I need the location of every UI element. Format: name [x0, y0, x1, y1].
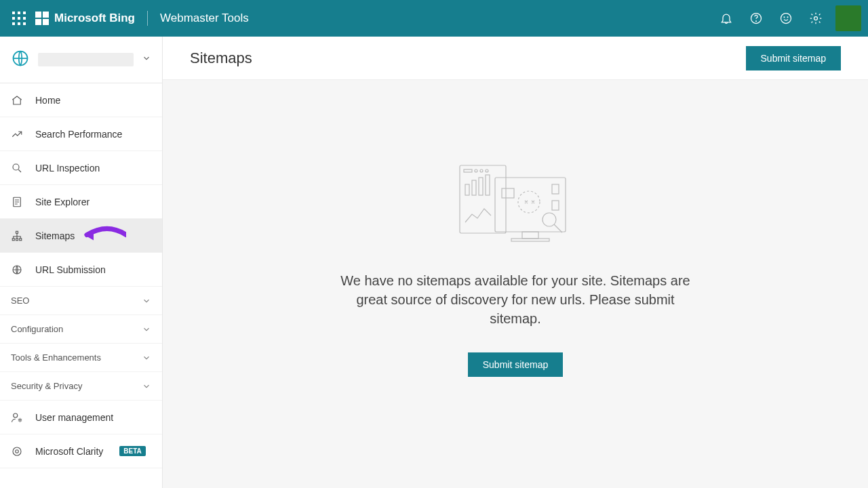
- chevron-down-icon: [142, 325, 151, 334]
- svg-point-5: [814, 17, 818, 20]
- submit-sitemap-button[interactable]: Submit sitemap: [746, 46, 841, 70]
- svg-point-17: [16, 449, 19, 453]
- svg-rect-19: [464, 169, 472, 172]
- feedback-icon[interactable]: [773, 5, 799, 31]
- svg-rect-33: [552, 201, 559, 210]
- svg-rect-29: [511, 239, 549, 241]
- sidebar-item-url-submission[interactable]: URL Submission: [0, 253, 162, 287]
- svg-rect-24: [472, 180, 476, 195]
- svg-rect-9: [16, 231, 18, 233]
- clarity-icon: [11, 445, 23, 458]
- svg-point-3: [784, 17, 785, 18]
- sidebar: Home Search Performance URL Inspection S…: [0, 37, 163, 488]
- sidebar-section-configuration[interactable]: Configuration: [0, 315, 162, 344]
- svg-rect-12: [20, 238, 22, 240]
- sidebar-item-label: URL Inspection: [35, 163, 100, 174]
- sidebar-item-label: Search Performance: [35, 129, 122, 140]
- brand-subtitle: Webmaster Tools: [160, 12, 249, 25]
- sitemap-icon: [11, 230, 23, 242]
- app-launcher-icon[interactable]: [12, 12, 26, 25]
- svg-rect-10: [12, 238, 14, 240]
- trend-icon: [11, 128, 23, 140]
- svg-point-15: [19, 419, 21, 421]
- sidebar-section-security[interactable]: Security & Privacy: [0, 372, 162, 401]
- home-icon: [11, 94, 23, 106]
- brand-link[interactable]: Microsoft Bing: [35, 12, 135, 25]
- help-icon[interactable]: [743, 5, 769, 31]
- svg-point-4: [787, 17, 788, 18]
- sidebar-item-url-inspection[interactable]: URL Inspection: [0, 151, 162, 185]
- sidebar-section-label: Tools & Enhancements: [11, 352, 101, 363]
- divider: [147, 11, 148, 26]
- svg-point-31: [518, 191, 540, 213]
- chevron-down-icon: [142, 353, 151, 363]
- empty-state-message: We have no sitemaps available for your s…: [339, 271, 692, 328]
- sidebar-section-seo[interactable]: SEO: [0, 287, 162, 315]
- search-icon: [11, 162, 23, 174]
- sidebar-item-user-management[interactable]: User management: [0, 401, 162, 434]
- sidebar-item-label: Home: [35, 95, 60, 106]
- sidebar-item-label: User management: [35, 412, 113, 423]
- page-header: Sitemaps Submit sitemap: [163, 37, 868, 80]
- globe-small-icon: [11, 264, 23, 276]
- microsoft-logo-icon: [35, 12, 49, 25]
- svg-point-7: [13, 164, 19, 170]
- empty-state-illustration-icon: [454, 161, 576, 252]
- page-title: Sitemaps: [190, 49, 252, 67]
- svg-point-2: [781, 14, 791, 24]
- sidebar-item-label: Site Explorer: [35, 197, 90, 207]
- sidebar-item-label: Microsoft Clarity: [35, 446, 103, 457]
- sidebar-section-label: Security & Privacy: [11, 381, 82, 391]
- svg-point-1: [756, 21, 757, 22]
- svg-rect-11: [16, 238, 18, 240]
- site-selector[interactable]: [0, 37, 162, 83]
- sidebar-section-label: SEO: [11, 296, 29, 306]
- beta-badge: BETA: [119, 446, 145, 456]
- svg-point-20: [475, 169, 477, 172]
- sidebar-item-clarity[interactable]: Microsoft Clarity BETA: [0, 434, 162, 468]
- globe-icon: [11, 49, 30, 70]
- svg-rect-23: [465, 184, 469, 195]
- site-name-redacted: [38, 53, 134, 66]
- svg-rect-30: [502, 188, 514, 198]
- sidebar-item-label: URL Submission: [35, 264, 106, 275]
- sidebar-section-label: Configuration: [11, 324, 63, 334]
- svg-rect-26: [486, 175, 490, 195]
- sidebar-section-tools[interactable]: Tools & Enhancements: [0, 344, 162, 372]
- annotation-arrow-icon: [73, 224, 126, 247]
- notifications-icon[interactable]: [713, 5, 739, 31]
- svg-point-21: [480, 169, 483, 172]
- sidebar-item-label: Sitemaps: [35, 230, 75, 241]
- chevron-down-icon: [142, 382, 151, 391]
- svg-point-22: [486, 169, 488, 172]
- sidebar-item-site-explorer[interactable]: Site Explorer: [0, 185, 162, 219]
- chevron-down-icon: [142, 54, 151, 66]
- user-gear-icon: [11, 411, 23, 424]
- brand-text: Microsoft Bing: [54, 12, 135, 25]
- sidebar-item-sitemaps[interactable]: Sitemaps: [0, 219, 162, 253]
- document-icon: [11, 196, 23, 208]
- empty-state: We have no sitemaps available for your s…: [163, 80, 868, 488]
- main-content: Sitemaps Submit sitemap: [163, 37, 868, 488]
- svg-rect-32: [552, 184, 559, 194]
- sidebar-item-home[interactable]: Home: [0, 83, 162, 117]
- chevron-down-icon: [142, 296, 151, 306]
- svg-point-16: [13, 447, 21, 455]
- svg-rect-18: [460, 165, 506, 233]
- topbar: Microsoft Bing Webmaster Tools: [0, 0, 868, 37]
- svg-rect-28: [522, 232, 538, 239]
- settings-icon[interactable]: [803, 5, 829, 31]
- topbar-right: [713, 5, 861, 31]
- avatar[interactable]: [835, 5, 861, 31]
- sidebar-item-search-performance[interactable]: Search Performance: [0, 117, 162, 151]
- svg-point-14: [14, 413, 18, 418]
- empty-state-submit-button[interactable]: Submit sitemap: [468, 352, 563, 377]
- svg-rect-25: [479, 178, 483, 195]
